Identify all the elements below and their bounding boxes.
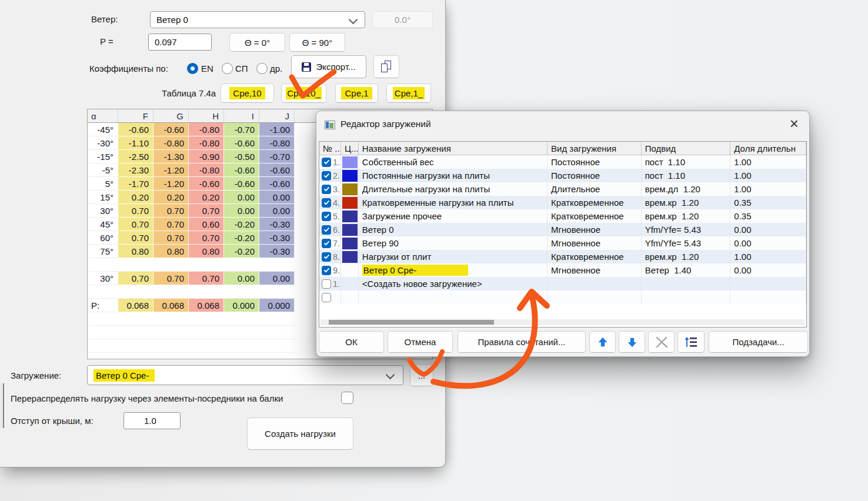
load-case-row[interactable]: 6.Ветер 0МгновенноеYfm/Yfe= 5.430.00: [319, 223, 806, 236]
coef-cell[interactable]: -1.20: [153, 177, 189, 191]
coef-cell[interactable]: -0.50: [224, 150, 259, 163]
coef-cell[interactable]: -0.60: [259, 163, 295, 177]
coef-cell[interactable]: -2.50: [118, 150, 153, 163]
coef-cell[interactable]: 0.00: [224, 204, 259, 218]
load-case-row[interactable]: 1.Собственный весПостоянноепост 1.101.00: [319, 155, 806, 169]
coef-cell[interactable]: -0.60: [189, 177, 224, 191]
load-case-checkbox[interactable]: [322, 266, 331, 275]
load-case-checkbox[interactable]: [322, 252, 331, 262]
coef-cell[interactable]: 0.70: [153, 231, 189, 245]
cancel-button[interactable]: Отмена: [388, 331, 453, 353]
coef-cell[interactable]: 0.20: [189, 191, 224, 204]
load-case-color-swatch[interactable]: [342, 197, 358, 209]
load-case-row[interactable]: 5.Загружение прочееКратковременноеврем.к…: [319, 209, 806, 223]
coef-cell[interactable]: -0.30: [259, 245, 295, 258]
coef-cell[interactable]: -0.60: [224, 163, 259, 177]
coef-cell[interactable]: -1.70: [118, 177, 153, 191]
coef-cell[interactable]: -0.60: [118, 123, 153, 136]
coef-cell[interactable]: -0.70: [259, 150, 295, 163]
coef-cell[interactable]: 0.70: [189, 272, 224, 285]
load-case-name[interactable]: Ветер 0 Сре-: [359, 263, 547, 277]
copy-button[interactable]: [373, 55, 399, 78]
load-case-checkbox[interactable]: [322, 279, 331, 289]
coef-cell[interactable]: -0.60: [153, 123, 189, 136]
delete-button[interactable]: [648, 331, 675, 353]
close-icon[interactable]: ×: [790, 116, 799, 131]
load-case-row[interactable]: 3.Длительные нагрузки на плитыДлительное…: [319, 182, 806, 196]
load-table-column-header[interactable]: Доля длительн: [730, 142, 806, 155]
coef-cell[interactable]: -0.80: [189, 123, 224, 136]
load-case-select[interactable]: Ветер 0 Сре-: [87, 365, 403, 385]
load-case-color-swatch[interactable]: [342, 238, 358, 249]
load-case-name[interactable]: Ветер 90: [359, 236, 547, 250]
coef-cell[interactable]: -1.20: [153, 163, 189, 177]
horizontal-scrollbar-thumb[interactable]: [329, 320, 494, 325]
coef-cell[interactable]: -0.70: [224, 123, 259, 136]
coef-cell[interactable]: 0.00: [224, 272, 259, 285]
coef-cell[interactable]: 0.00: [224, 191, 259, 204]
load-case-name[interactable]: Длительные нагрузки на плиты: [359, 182, 547, 196]
ok-button[interactable]: ОК: [319, 331, 384, 353]
load-case-name[interactable]: Ветер 0: [359, 223, 547, 236]
coef-cell[interactable]: 0.000: [259, 299, 295, 312]
coef-cell[interactable]: 0.20: [153, 191, 189, 204]
coef-cell[interactable]: 0.70: [189, 204, 224, 218]
coef-cell[interactable]: -0.60: [224, 136, 259, 150]
coef-cell[interactable]: 0.068: [189, 299, 224, 312]
coef-cell[interactable]: -0.20: [224, 245, 259, 258]
load-case-row[interactable]: [319, 290, 806, 304]
coef-cell[interactable]: 0.00: [259, 272, 295, 285]
load-case-row[interactable]: 1.<Создать новое загружение>: [319, 277, 806, 290]
load-case-name[interactable]: Нагрузки от плит: [359, 250, 547, 263]
cpe10-button[interactable]: Сре,10: [221, 84, 274, 103]
coef-cell[interactable]: 0.60: [189, 218, 224, 231]
load-case-checkbox[interactable]: [322, 225, 331, 235]
coef-cell[interactable]: 0.70: [118, 231, 153, 245]
cpe10u-button[interactable]: Сре,10_: [281, 84, 326, 103]
load-case-color-swatch[interactable]: [342, 224, 358, 236]
radio-sp[interactable]: [222, 63, 233, 74]
coef-cell[interactable]: 0.70: [153, 218, 189, 231]
coef-cell[interactable]: 0.70: [153, 204, 189, 218]
coef-cell[interactable]: 0.70: [118, 272, 153, 285]
coef-cell[interactable]: 0.80: [189, 245, 224, 258]
radio-other[interactable]: [256, 63, 268, 74]
open-load-editor-button[interactable]: ...: [410, 364, 433, 386]
coef-cell[interactable]: -0.20: [224, 231, 259, 245]
load-case-name[interactable]: <Создать новое загружение>: [359, 277, 547, 290]
load-case-color-swatch[interactable]: [342, 211, 358, 222]
load-case-checkbox[interactable]: [322, 158, 331, 167]
subtasks-button[interactable]: Подзадачи...: [709, 331, 808, 353]
load-case-name[interactable]: Постоянные нагрузки на плиты: [359, 169, 547, 182]
radio-en[interactable]: [187, 63, 198, 74]
coef-cell[interactable]: 0.70: [153, 272, 189, 285]
load-case-row[interactable]: 9.Ветер 0 Сре-МгновенноеВетер 1.400.00: [319, 263, 806, 277]
load-table-column-header[interactable]: № ...: [319, 142, 341, 155]
load-case-checkbox[interactable]: [322, 171, 331, 181]
load-case-checkbox[interactable]: [322, 239, 331, 248]
cpe1-button[interactable]: Сре,1: [335, 84, 378, 103]
roof-offset-input[interactable]: 1.0: [123, 412, 181, 429]
coef-cell[interactable]: 0.068: [153, 299, 189, 312]
coef-cell[interactable]: -0.80: [189, 163, 224, 177]
redistribute-checkbox[interactable]: [341, 392, 353, 404]
load-case-checkbox[interactable]: [322, 198, 331, 208]
load-case-name[interactable]: Кратковременные нагрузки на плиты: [359, 196, 547, 209]
horizontal-scrollbar[interactable]: [321, 319, 805, 325]
load-table-column-header[interactable]: Подвид: [642, 142, 731, 155]
load-case-checkbox[interactable]: [322, 212, 331, 221]
coef-cell[interactable]: -2.30: [118, 163, 153, 177]
coef-cell[interactable]: 0.00: [259, 204, 295, 218]
load-case-name[interactable]: Загружение прочее: [359, 209, 547, 223]
load-table-column-header[interactable]: Ц...: [341, 142, 359, 155]
coef-cell[interactable]: -0.60: [259, 177, 295, 191]
load-case-row[interactable]: 8.Нагрузки от плитКратковременноеврем.кр…: [319, 250, 806, 263]
coef-cell[interactable]: 0.20: [118, 191, 153, 204]
coef-cell[interactable]: 0.068: [118, 299, 153, 312]
coef-cell[interactable]: -1.30: [153, 150, 189, 163]
coef-cell[interactable]: -1.00: [259, 123, 295, 136]
coef-cell[interactable]: -0.20: [224, 218, 259, 231]
coef-cell[interactable]: 0.80: [153, 245, 189, 258]
move-down-button[interactable]: [619, 331, 645, 353]
load-case-checkbox[interactable]: [322, 185, 331, 194]
